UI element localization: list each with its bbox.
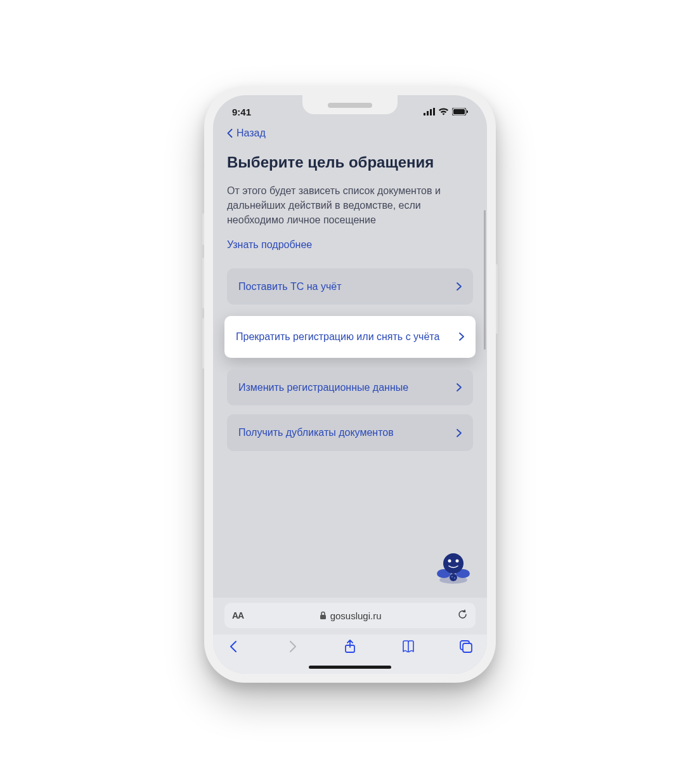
svg-rect-2 [430, 109, 432, 115]
bookmarks-button[interactable] [401, 640, 415, 656]
page-subtitle: От этого будет зависеть список документо… [227, 183, 473, 228]
phone-screen: 9:41 Назад Выберите цель обращения О [213, 95, 487, 674]
cellular-icon [424, 107, 435, 117]
chevron-right-icon [459, 332, 464, 341]
option-label: Получить дубликаты документов [238, 426, 457, 440]
browser-address-bar: AA gosuslugi.ru [213, 598, 487, 634]
option-label: Изменить регистрационные данные [238, 381, 457, 395]
option-item-3[interactable]: Получить дубликаты документов [227, 414, 473, 451]
svg-point-11 [450, 574, 457, 581]
option-item-2[interactable]: Изменить регистрационные данные [227, 369, 473, 406]
phone-device-frame: 9:41 Назад Выберите цель обращения О [204, 86, 496, 683]
option-item-0[interactable]: Поставить ТС на учёт [227, 268, 473, 305]
url-domain: gosuslugi.ru [330, 610, 382, 621]
svg-rect-16 [320, 615, 326, 619]
option-list: Поставить ТС на учётПрекратить регистрац… [227, 268, 473, 451]
svg-point-12 [448, 560, 451, 563]
battery-icon [452, 107, 468, 117]
status-time: 9:41 [232, 107, 251, 117]
svg-rect-3 [433, 108, 435, 115]
home-indicator[interactable] [309, 666, 391, 669]
option-item-1[interactable]: Прекратить регистрацию или снять с учёта [224, 316, 476, 358]
page-content: Назад Выберите цель обращения От этого б… [213, 121, 487, 598]
notch [302, 95, 398, 114]
lock-icon [320, 611, 327, 620]
url-field[interactable]: AA gosuslugi.ru [224, 603, 476, 628]
svg-point-13 [456, 560, 459, 563]
scroll-indicator [484, 210, 486, 350]
svg-rect-19 [463, 643, 472, 652]
svg-point-10 [443, 553, 463, 574]
share-button[interactable] [343, 640, 357, 656]
text-size-button[interactable]: AA [232, 610, 243, 621]
chevron-right-icon [457, 282, 462, 291]
chevron-right-icon [457, 383, 462, 391]
svg-rect-5 [453, 109, 465, 114]
chevron-right-icon [457, 429, 462, 437]
chevron-left-icon [227, 129, 233, 138]
wifi-icon [438, 107, 449, 117]
svg-rect-1 [427, 111, 429, 115]
svg-rect-0 [424, 113, 425, 115]
back-label: Назад [237, 128, 266, 139]
learn-more-link[interactable]: Узнать подробнее [227, 239, 473, 251]
browser-forward-button[interactable] [285, 640, 299, 656]
option-label: Поставить ТС на учёт [238, 280, 457, 294]
option-label: Прекратить регистрацию или снять с учёта [236, 330, 459, 344]
browser-back-button[interactable] [227, 640, 241, 656]
back-button[interactable]: Назад [227, 128, 473, 139]
svg-point-15 [454, 577, 455, 579]
assistant-mascot[interactable] [434, 547, 473, 586]
svg-point-14 [451, 576, 453, 577]
tabs-button[interactable] [459, 640, 473, 656]
page-title: Выберите цель обращения [227, 153, 473, 172]
svg-rect-6 [467, 110, 468, 113]
reload-button[interactable] [457, 609, 468, 622]
